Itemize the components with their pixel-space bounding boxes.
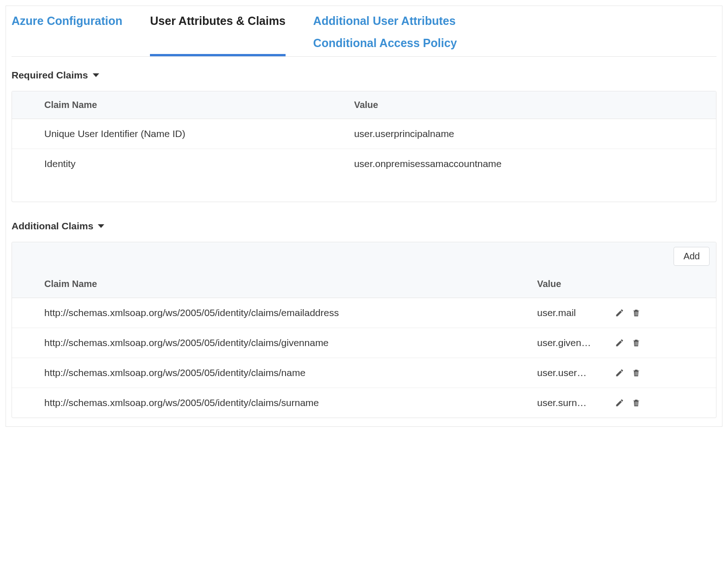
edit-icon[interactable] (615, 338, 624, 347)
column-header-claim-name: Claim Name (12, 270, 505, 298)
column-header-value: Value (322, 91, 716, 119)
edit-icon[interactable] (615, 368, 624, 377)
required-claims-panel: Claim Name Value Unique User Identifier … (12, 91, 716, 202)
tab-additional-user-attributes[interactable]: Additional User Attributes (313, 12, 457, 35)
tab-azure-configuration[interactable]: Azure Configuration (12, 12, 122, 56)
additional-claims-panel: Add Claim Name Value http://schemas.xmls… (12, 242, 716, 418)
additional-claims-table: Claim Name Value http://schemas.xmlsoap.… (12, 270, 716, 418)
claim-value-cell: user.userprincipalname (322, 119, 716, 149)
claim-value-cell: user.surn… (505, 388, 610, 418)
claim-name-cell: http://schemas.xmlsoap.org/ws/2005/05/id… (12, 298, 505, 328)
delete-icon[interactable] (632, 308, 641, 318)
required-claims-table: Claim Name Value Unique User Identifier … (12, 91, 716, 179)
caret-down-icon (98, 224, 104, 228)
delete-icon[interactable] (632, 338, 641, 348)
edit-icon[interactable] (615, 308, 624, 317)
claim-name-cell: Identity (12, 149, 322, 179)
claim-name-cell: Unique User Identifier (Name ID) (12, 119, 322, 149)
table-row: http://schemas.xmlsoap.org/ws/2005/05/id… (12, 358, 716, 388)
claim-value-cell: user.mail (505, 298, 610, 328)
claim-name-cell: http://schemas.xmlsoap.org/ws/2005/05/id… (12, 358, 505, 388)
delete-icon[interactable] (632, 368, 641, 378)
claim-value-cell: user.user… (505, 358, 610, 388)
claim-name-cell: http://schemas.xmlsoap.org/ws/2005/05/id… (12, 388, 505, 418)
tab-user-attributes-claims[interactable]: User Attributes & Claims (150, 12, 286, 56)
claim-name-cell: http://schemas.xmlsoap.org/ws/2005/05/id… (12, 328, 505, 358)
additional-claims-toolbar: Add (12, 242, 716, 270)
section-additional-claims-toggle[interactable]: Additional Claims (12, 221, 716, 232)
table-row: http://schemas.xmlsoap.org/ws/2005/05/id… (12, 298, 716, 328)
column-header-claim-name: Claim Name (12, 91, 322, 119)
table-row: http://schemas.xmlsoap.org/ws/2005/05/id… (12, 388, 716, 418)
section-additional-claims-label: Additional Claims (12, 221, 93, 232)
claim-value-cell: user.given… (505, 328, 610, 358)
claim-value-cell: user.onpremisessamaccountname (322, 149, 716, 179)
column-header-value: Value (505, 270, 610, 298)
edit-icon[interactable] (615, 398, 624, 407)
tab-conditional-access-policy[interactable]: Conditional Access Policy (313, 35, 457, 57)
table-row: Unique User Identifier (Name ID) user.us… (12, 119, 716, 149)
tab-bar: Azure Configuration User Attributes & Cl… (12, 6, 716, 57)
section-required-claims-label: Required Claims (12, 70, 88, 81)
add-button[interactable]: Add (674, 247, 710, 266)
table-row: Identity user.onpremisessamaccountname (12, 149, 716, 179)
caret-down-icon (93, 73, 99, 77)
section-required-claims-toggle[interactable]: Required Claims (12, 70, 716, 81)
delete-icon[interactable] (632, 398, 641, 408)
table-row: http://schemas.xmlsoap.org/ws/2005/05/id… (12, 328, 716, 358)
